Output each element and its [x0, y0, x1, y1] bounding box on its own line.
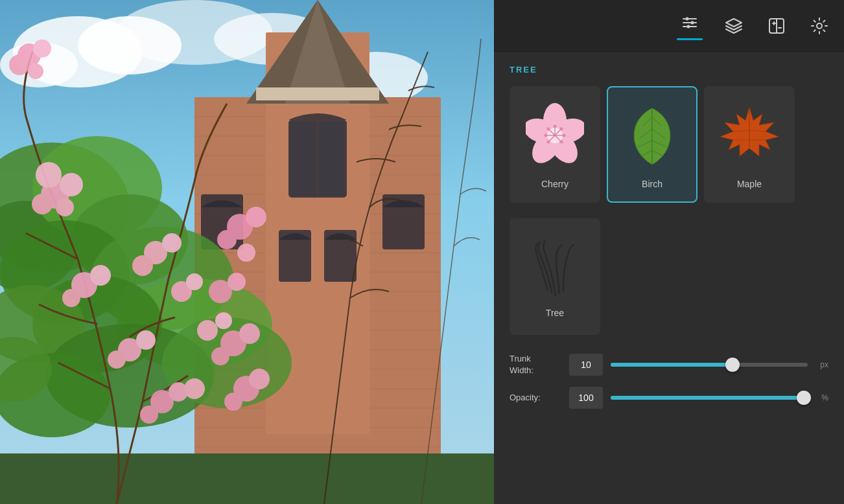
svg-point-87	[140, 406, 158, 424]
svg-point-68	[132, 255, 153, 276]
content-area: TREE	[494, 52, 844, 504]
svg-point-56	[9, 54, 30, 75]
svg-point-90	[249, 369, 270, 389]
svg-marker-98	[726, 19, 742, 27]
svg-point-55	[33, 40, 51, 58]
svg-point-97	[687, 25, 690, 29]
svg-rect-39	[256, 87, 379, 100]
svg-point-119	[560, 128, 563, 131]
trunk-width-fill	[611, 363, 733, 367]
layers-icon[interactable]	[722, 14, 745, 38]
trunk-width-thumb[interactable]	[725, 358, 740, 372]
opacity-value[interactable]	[569, 387, 603, 409]
svg-point-122	[545, 134, 548, 137]
svg-point-61	[56, 198, 74, 216]
sliders-section: TrunkWidth: px Opacity:	[510, 353, 828, 409]
cherry-card[interactable]: Cherry	[510, 86, 600, 203]
svg-point-88	[184, 378, 205, 399]
svg-point-60	[32, 194, 53, 214]
svg-point-91	[224, 393, 242, 411]
svg-point-75	[215, 312, 232, 329]
svg-point-96	[691, 21, 694, 25]
svg-point-84	[211, 347, 229, 365]
cherry-label: Cherry	[541, 179, 569, 189]
svg-point-64	[90, 265, 111, 286]
layers-tool[interactable]	[722, 14, 745, 38]
birch-label: Birch	[642, 179, 662, 189]
svg-rect-33	[290, 122, 316, 196]
trunk-width-label: TrunkWidth:	[510, 353, 561, 376]
svg-point-72	[136, 330, 156, 350]
exposure-icon[interactable]	[765, 14, 788, 38]
svg-point-67	[162, 233, 182, 253]
trunk-width-track	[611, 363, 808, 367]
opacity-unit: %	[815, 393, 828, 402]
cherry-icon	[526, 100, 584, 171]
svg-point-81	[228, 273, 246, 291]
section-title: TREE	[510, 65, 828, 74]
trunk-width-unit: px	[815, 360, 828, 369]
svg-rect-34	[319, 122, 345, 196]
image-panel	[0, 0, 494, 504]
toolbar	[494, 0, 844, 52]
exposure-tool[interactable]	[765, 14, 788, 38]
svg-rect-40	[0, 453, 494, 504]
svg-point-62	[36, 162, 62, 188]
opacity-track	[611, 396, 808, 400]
active-indicator	[677, 38, 703, 40]
svg-point-95	[686, 17, 689, 21]
opacity-label: Opacity:	[510, 392, 561, 404]
trunk-width-row: TrunkWidth: px	[510, 353, 828, 376]
settings-tool[interactable]	[808, 14, 831, 38]
svg-point-59	[60, 173, 83, 196]
svg-point-79	[237, 244, 255, 262]
svg-point-70	[186, 273, 203, 290]
tree-type-grid: Cherry	[510, 86, 828, 203]
tree-brush-icon	[529, 235, 581, 300]
trunk-width-slider[interactable]	[611, 354, 808, 376]
trunk-width-value[interactable]	[569, 354, 603, 376]
svg-point-65	[62, 289, 80, 307]
svg-point-118	[554, 125, 557, 128]
birch-card[interactable]: Birch	[607, 86, 697, 203]
tree-brush-label: Tree	[546, 308, 564, 318]
opacity-fill	[611, 396, 804, 400]
svg-point-123	[560, 141, 563, 144]
svg-point-104	[817, 23, 822, 29]
svg-point-124	[547, 141, 550, 144]
svg-point-77	[246, 207, 266, 227]
tree-brush-card[interactable]: Tree	[510, 218, 600, 335]
svg-point-120	[547, 128, 550, 131]
svg-point-74	[197, 320, 218, 341]
svg-point-73	[108, 350, 126, 369]
maple-label: Maple	[737, 179, 762, 189]
maple-card[interactable]: Maple	[704, 86, 795, 203]
adjustments-tool[interactable]	[677, 11, 703, 40]
opacity-row: Opacity: %	[510, 387, 828, 409]
settings-icon[interactable]	[808, 14, 831, 38]
opacity-thumb[interactable]	[797, 391, 811, 405]
opacity-slider[interactable]	[611, 387, 808, 409]
birch-icon	[623, 100, 681, 171]
sliders-icon[interactable]	[678, 11, 701, 34]
svg-point-78	[217, 230, 237, 249]
maple-icon	[720, 100, 779, 171]
svg-point-57	[28, 63, 43, 79]
svg-point-83	[239, 323, 260, 344]
right-panel: TREE	[494, 0, 844, 504]
svg-point-121	[563, 134, 566, 137]
